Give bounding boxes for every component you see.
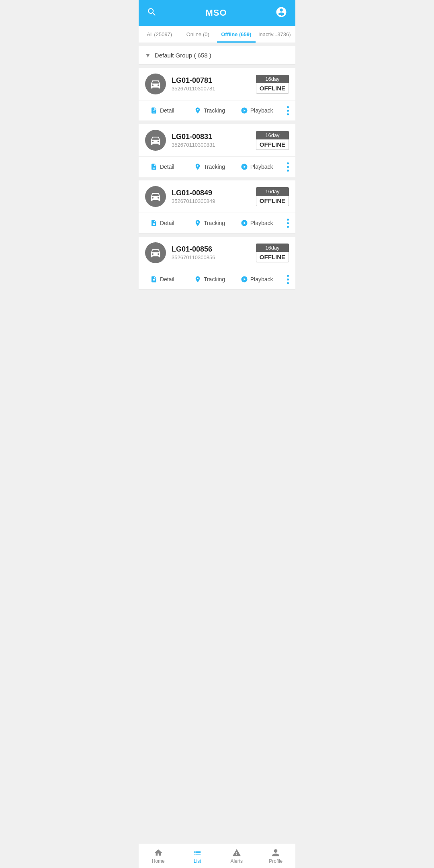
status-days: 16day <box>256 131 289 139</box>
device-avatar <box>145 74 166 94</box>
device-avatar <box>145 186 166 207</box>
tracking-button[interactable]: Tracking <box>186 161 233 173</box>
device-status: 16day OFFLINE <box>256 187 289 206</box>
dot3 <box>287 113 289 115</box>
device-actions: Detail Tracking Playback <box>139 269 295 290</box>
more-button[interactable] <box>280 162 295 172</box>
device-info-row: LG01-00849 352670110300849 16day OFFLINE <box>139 180 295 213</box>
chevron-down-icon: ▼ <box>145 52 151 59</box>
playback-button[interactable]: Playback <box>233 104 280 117</box>
filter-tabs: All (25097) Online (0) Offline (659) Ina… <box>139 26 295 43</box>
app-header: MSO <box>139 0 295 26</box>
tracking-button[interactable]: Tracking <box>186 273 233 285</box>
tracking-button[interactable]: Tracking <box>186 217 233 229</box>
playback-label: Playback <box>250 276 273 283</box>
dot1 <box>287 219 289 221</box>
playback-button[interactable]: Playback <box>233 161 280 173</box>
dot1 <box>287 275 289 277</box>
device-avatar <box>145 130 166 151</box>
device-name: LG01-00831 <box>172 133 256 141</box>
more-button[interactable] <box>280 275 295 284</box>
dot2 <box>287 222 289 224</box>
detail-label: Detail <box>160 220 174 226</box>
dot2 <box>287 278 289 280</box>
tab-offline[interactable]: Offline (659) <box>217 26 256 43</box>
dot3 <box>287 282 289 284</box>
status-offline: OFFLINE <box>256 139 289 150</box>
device-text: LG01-00831 352670110300831 <box>172 133 256 148</box>
status-offline: OFFLINE <box>256 83 289 94</box>
tracking-label: Tracking <box>204 276 225 283</box>
dot2 <box>287 110 289 112</box>
dot3 <box>287 170 289 172</box>
tracking-button[interactable]: Tracking <box>186 104 233 117</box>
search-icon[interactable] <box>147 7 157 19</box>
device-id: 352670110300856 <box>172 254 256 260</box>
dot2 <box>287 166 289 168</box>
dot1 <box>287 162 289 164</box>
device-status: 16day OFFLINE <box>256 75 289 94</box>
detail-button[interactable]: Detail <box>139 273 186 285</box>
status-days: 16day <box>256 187 289 196</box>
detail-label: Detail <box>160 276 174 283</box>
device-text: LG01-00856 352670110300856 <box>172 245 256 260</box>
device-actions: Detail Tracking Playback <box>139 213 295 233</box>
detail-label: Detail <box>160 107 174 114</box>
dot1 <box>287 106 289 108</box>
playback-label: Playback <box>250 107 273 114</box>
tab-online[interactable]: Online (0) <box>179 26 217 43</box>
tab-all[interactable]: All (25097) <box>140 26 179 43</box>
device-actions: Detail Tracking Playback <box>139 100 295 121</box>
device-id: 352670110300849 <box>172 198 256 204</box>
device-avatar <box>145 242 166 263</box>
detail-button[interactable]: Detail <box>139 161 186 173</box>
device-card: LG01-00831 352670110300831 16day OFFLINE… <box>139 124 295 177</box>
tracking-label: Tracking <box>204 164 225 170</box>
device-card: LG01-00856 352670110300856 16day OFFLINE… <box>139 237 295 290</box>
detail-button[interactable]: Detail <box>139 104 186 117</box>
device-name: LG01-00849 <box>172 189 256 197</box>
device-card: LG01-00781 352670110300781 16day OFFLINE… <box>139 68 295 121</box>
device-actions: Detail Tracking Playback <box>139 157 295 177</box>
device-name: LG01-00781 <box>172 76 256 85</box>
device-status: 16day OFFLINE <box>256 244 289 262</box>
group-label: Default Group ( 658 ) <box>155 52 211 59</box>
status-offline: OFFLINE <box>256 196 289 206</box>
tab-inactive[interactable]: Inactiv...3736) <box>256 26 294 43</box>
dot3 <box>287 226 289 228</box>
device-info-row: LG01-00856 352670110300856 16day OFFLINE <box>139 237 295 269</box>
tracking-label: Tracking <box>204 107 225 114</box>
device-status: 16day OFFLINE <box>256 131 289 150</box>
device-text: LG01-00849 352670110300849 <box>172 189 256 204</box>
app-title: MSO <box>205 8 227 18</box>
group-header[interactable]: ▼ Default Group ( 658 ) <box>139 46 295 65</box>
device-id: 352670110300831 <box>172 142 256 148</box>
status-offline: OFFLINE <box>256 252 289 262</box>
detail-button[interactable]: Detail <box>139 217 186 229</box>
playback-label: Playback <box>250 164 273 170</box>
tracking-label: Tracking <box>204 220 225 226</box>
playback-label: Playback <box>250 220 273 226</box>
device-card: LG01-00849 352670110300849 16day OFFLINE… <box>139 180 295 233</box>
device-text: LG01-00781 352670110300781 <box>172 76 256 92</box>
playback-button[interactable]: Playback <box>233 217 280 229</box>
more-button[interactable] <box>280 219 295 228</box>
device-info-row: LG01-00831 352670110300831 16day OFFLINE <box>139 124 295 157</box>
status-days: 16day <box>256 244 289 252</box>
device-list: LG01-00781 352670110300781 16day OFFLINE… <box>139 68 295 290</box>
device-name: LG01-00856 <box>172 245 256 254</box>
user-icon[interactable] <box>275 6 287 20</box>
device-id: 352670110300781 <box>172 86 256 92</box>
playback-button[interactable]: Playback <box>233 273 280 285</box>
status-days: 16day <box>256 75 289 83</box>
device-info-row: LG01-00781 352670110300781 16day OFFLINE <box>139 68 295 100</box>
detail-label: Detail <box>160 164 174 170</box>
more-button[interactable] <box>280 106 295 115</box>
